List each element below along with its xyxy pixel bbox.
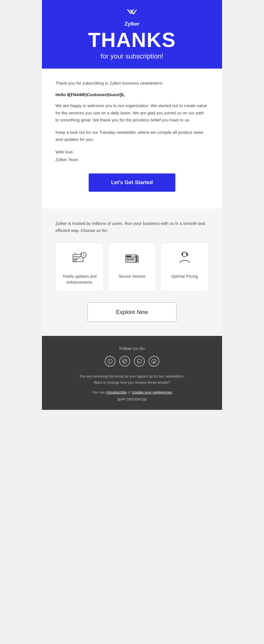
logo-name: Zylker (48, 21, 216, 27)
svg-text:f: f (109, 360, 111, 363)
unsubscribe-link[interactable]: Unsubscribe (106, 390, 126, 394)
features-intro-text: Zylker is trusted by millions of users. … (55, 220, 209, 234)
svg-point-23 (136, 260, 137, 261)
logo-icon (126, 8, 138, 20)
feature-card-pricing: Optimal Pricing (160, 243, 209, 291)
twitter-icon[interactable] (119, 356, 130, 367)
feature-label-secure: Secure Service (119, 274, 146, 279)
feature-label-updates: Timely updates and enhancements (62, 274, 97, 284)
svg-point-21 (136, 257, 137, 258)
feature-card-updates: Timely updates and enhancements (55, 243, 104, 291)
pinterest-icon[interactable]: p (149, 356, 159, 367)
svg-rect-19 (127, 259, 133, 261)
updates-icon (60, 250, 99, 270)
sign-off: With love, Zylker Team (55, 148, 209, 163)
body-paragraph-2: Keep a look out for our Tuesday newslett… (55, 129, 209, 143)
linkedin-icon[interactable]: in (134, 356, 145, 367)
svg-line-12 (75, 260, 75, 261)
social-icons-row: f in p (53, 356, 211, 367)
feature-card-secure: Secure Service (108, 243, 156, 291)
main-content: Thank you for subscribing to Zylker busi… (42, 69, 222, 209)
svg-rect-17 (130, 256, 131, 257)
thanks-title: THANKS (48, 30, 216, 50)
svg-text:in: in (138, 360, 140, 363)
footer-links: You can Unsubscribe or Update your prefe… (53, 390, 211, 394)
footer-notice: You are receiving this email as you sign… (53, 373, 211, 386)
svg-text:p: p (153, 360, 155, 363)
thanks-subtitle: for your subscription! (48, 52, 216, 60)
features-grid: Timely updates and enhancements (55, 243, 209, 291)
org-info: $[HF:ORGINFO]$ (53, 397, 211, 401)
body-paragraph-1: We are happy to welcome you to our organ… (55, 102, 209, 124)
svg-rect-18 (127, 258, 133, 259)
footer-section: Follow Us On f in (42, 336, 222, 410)
feature-label-pricing: Optimal Pricing (171, 274, 198, 279)
logo-area: Zylker (48, 8, 216, 27)
update-preferences-link[interactable]: Update your preferences (132, 390, 172, 394)
features-section: Zylker is trusted by millions of users. … (42, 209, 222, 336)
get-started-button[interactable]: Let's Get Started (89, 173, 175, 192)
secure-icon (113, 250, 151, 270)
svg-rect-16 (128, 256, 129, 257)
greeting-text: Hello $[FNAME|Customer|Guest]$, (55, 92, 209, 97)
intro-text: Thank you for subscribing to Zylker busi… (55, 80, 209, 87)
pricing-icon (165, 250, 204, 270)
explore-wrapper: Explore Now (55, 302, 209, 322)
cta-wrapper: Let's Get Started (55, 173, 209, 192)
svg-point-22 (136, 258, 137, 259)
explore-now-button[interactable]: Explore Now (88, 302, 176, 322)
follow-us-label: Follow Us On (53, 346, 211, 351)
header-section: Zylker THANKS for your subscription! (42, 0, 222, 69)
facebook-icon[interactable]: f (105, 356, 115, 367)
svg-rect-15 (127, 256, 128, 257)
